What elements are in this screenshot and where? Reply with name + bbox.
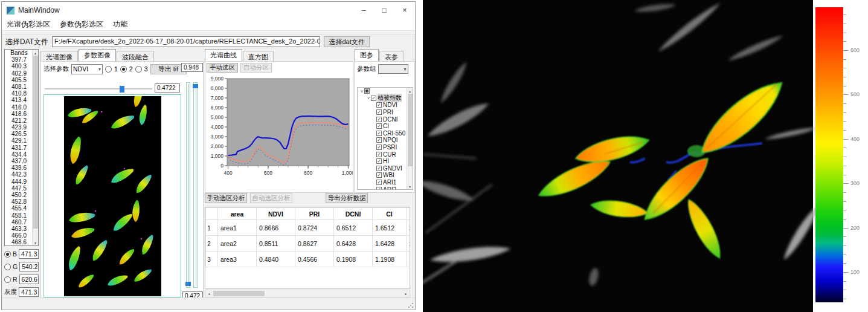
threshold-value-box[interactable]: 0.4722 [155, 83, 180, 93]
table-cell[interactable]: 2.465 [407, 220, 411, 236]
tree-item-label[interactable]: GNDVI [383, 165, 402, 172]
checkbox-checked[interactable]: ✓ [376, 109, 382, 115]
checkbox-checked[interactable]: ✓ [376, 145, 382, 150]
radio-option-1[interactable] [105, 66, 112, 73]
close-button[interactable]: × [394, 2, 415, 19]
tree-group-label[interactable]: 植被指数 [378, 94, 402, 102]
menu-spectral-pseudocolor[interactable]: 光谱伪彩选区 [2, 19, 55, 30]
tab-parameter-image[interactable]: 参数图像 [79, 49, 116, 61]
table-cell[interactable]: 0.6512 [334, 220, 373, 236]
checkbox-checked[interactable]: ✓ [376, 166, 382, 171]
table-cell[interactable]: area2 [218, 236, 257, 252]
scroll-right-icon[interactable]: ▸ [402, 290, 410, 297]
min-slider-handle[interactable] [185, 282, 191, 286]
tab-table-params[interactable]: 表参 [379, 51, 403, 61]
scroll-down-icon[interactable]: ▾ [407, 183, 413, 189]
checkbox-checked[interactable]: ✓ [376, 158, 382, 164]
tree-item[interactable]: ✓CI [358, 123, 413, 130]
channel-g-value[interactable]: 540.2 [19, 262, 39, 271]
expander-icon[interactable]: ∨ [366, 96, 371, 100]
table-cell[interactable]: area3 [218, 252, 257, 267]
table-cell[interactable]: 1 [206, 220, 218, 236]
table-cell[interactable]: 0.4840 [257, 252, 295, 267]
tree-scrollbar[interactable]: ▴ ▾ [407, 88, 413, 189]
tree-item[interactable]: ✓CUR [358, 151, 413, 158]
vegetation-index-tree[interactable]: ▴ ▾ ∨∨✓植被指数✓NDVI✓PRI✓DCNI✓CI✓CRI-550✓NPQ… [357, 87, 413, 190]
dat-file-path-input[interactable]: F:/e/FXcapture/desk_2o_2022-05-17_08-20-… [52, 36, 320, 47]
tree-item-label[interactable]: NPQI [383, 137, 397, 143]
table-cell[interactable]: area1 [218, 220, 257, 236]
browse-dat-button[interactable]: 选择dat文件 [324, 36, 370, 47]
scrollbar-thumb[interactable] [408, 94, 413, 166]
tab-spectral-curve[interactable]: 光谱曲线 [205, 49, 242, 61]
export-analysis-button[interactable]: 导出分析数据 [326, 193, 368, 203]
radio-b[interactable] [4, 251, 11, 258]
tree-item-label[interactable]: ARI1 [383, 179, 396, 186]
table-cell[interactable]: 0.4566 [295, 252, 334, 267]
slider-handle[interactable] [120, 86, 124, 93]
manual-region-analyze-button[interactable]: 手动选区分析 [205, 193, 247, 203]
tab-image-params[interactable]: 图参 [355, 49, 379, 61]
tree-item[interactable]: ✓DCNI [358, 115, 413, 123]
radio-option-2[interactable] [120, 66, 127, 73]
menu-functions[interactable]: 功能 [108, 19, 132, 30]
tree-item[interactable]: ✓NDVI [358, 102, 413, 109]
tab-spectral-image[interactable]: 光谱图像 [40, 51, 78, 61]
scroll-up-icon[interactable]: ▴ [407, 88, 413, 94]
checkbox-checked[interactable]: ✓ [376, 172, 382, 178]
tree-item[interactable]: ✓ARI1 [358, 179, 413, 186]
tab-band-fusion[interactable]: 波段融合 [117, 51, 154, 61]
table-cell[interactable]: 0.8511 [257, 236, 295, 252]
tree-item-label[interactable]: PSRI [383, 144, 397, 151]
tree-item[interactable]: ✓NPQI [358, 137, 413, 144]
radio-option-3[interactable] [135, 66, 142, 73]
menu-param-pseudocolor[interactable]: 参数伪彩选区 [55, 19, 108, 30]
table-cell[interactable]: 3 [206, 252, 218, 267]
tree-item-label[interactable]: ARI2 [383, 186, 396, 190]
scroll-down-icon[interactable]: ▾ [33, 239, 38, 245]
minimize-button[interactable]: – [353, 2, 374, 19]
param-select[interactable]: NDVI▾ [71, 64, 103, 74]
tree-item[interactable]: ✓HI [358, 158, 413, 165]
table-cell[interactable]: 0.1908 [334, 252, 373, 267]
checkbox-checked[interactable]: ✓ [376, 152, 382, 157]
table-cell[interactable]: 1.314 [407, 252, 411, 267]
table-hscrollbar[interactable]: ◂ ▸ [205, 290, 410, 297]
tree-item-label[interactable]: NDVI [383, 102, 397, 108]
table-row[interactable]: 1area10.86660.87240.65121.65122.465 [206, 220, 411, 236]
table-cell[interactable]: 1.6512 [373, 220, 407, 236]
scroll-up-icon[interactable]: ▴ [33, 50, 38, 56]
tree-item-label[interactable]: CI [383, 123, 389, 129]
auto-partition-button[interactable]: 自动分区 [240, 63, 272, 73]
bands-scrollbar[interactable]: ▴ ▾ [32, 50, 38, 245]
checkbox-checked[interactable]: ✓ [376, 137, 382, 143]
param-group-select[interactable]: ▾ [378, 64, 408, 74]
table-cell[interactable]: 0.6428 [334, 236, 373, 252]
max-vslider[interactable] [193, 82, 198, 288]
tree-item-label[interactable]: CUR [383, 151, 396, 158]
gray-value[interactable]: 471.3 [19, 287, 39, 297]
min-vslider[interactable] [186, 82, 190, 288]
checkbox-checked[interactable]: ✓ [376, 180, 382, 185]
expander-icon[interactable]: ∨ [359, 89, 364, 94]
checkbox-checked[interactable]: ✓ [376, 117, 382, 122]
table-cell[interactable]: 2.459 [407, 236, 411, 252]
radio-g[interactable] [4, 264, 11, 270]
tree-item-label[interactable]: CRI-550 [383, 130, 405, 137]
channel-r-value[interactable]: 620.6 [19, 275, 39, 284]
tree-item-label[interactable]: HI [383, 158, 389, 164]
maximize-button[interactable]: □ [374, 2, 394, 19]
tree-item[interactable]: ✓ARI2 [358, 186, 413, 190]
range-max-box[interactable]: 0.948 [181, 63, 203, 72]
checkbox-checked[interactable]: ✓ [371, 96, 376, 101]
tree-item[interactable]: ✓GNDVI [358, 165, 413, 172]
table-cell[interactable]: 2 [206, 236, 218, 252]
channel-b-value[interactable]: 471.3 [19, 249, 39, 259]
checkbox-checked[interactable]: ✓ [376, 102, 382, 108]
table-row[interactable]: 2area20.85110.86270.64281.64282.459 [206, 236, 411, 252]
tree-item[interactable]: ✓PSRI [358, 144, 413, 151]
radio-r[interactable] [4, 276, 11, 283]
band-item[interactable]: 471.3 [5, 245, 38, 246]
checkbox-checked[interactable]: ✓ [376, 131, 382, 136]
scroll-left-icon[interactable]: ◂ [205, 290, 213, 297]
